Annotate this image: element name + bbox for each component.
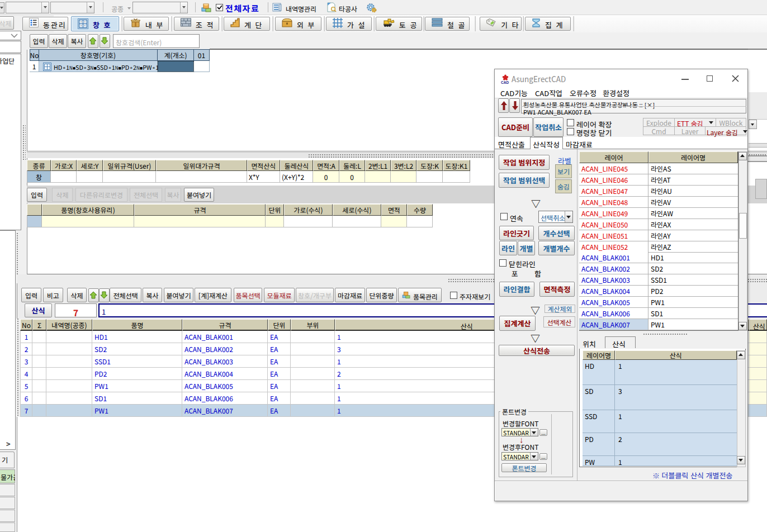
svg-text:CAD: CAD [501, 80, 509, 84]
